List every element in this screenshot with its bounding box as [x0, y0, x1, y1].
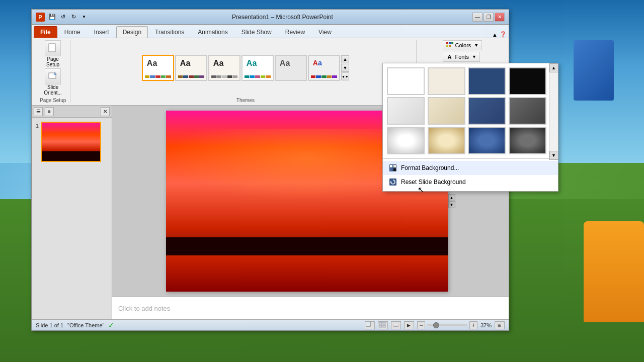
tab-design[interactable]: Design	[116, 26, 148, 38]
bg-scroll-down-button[interactable]: ▼	[549, 151, 558, 160]
colors-dropdown-arrow: ▼	[474, 43, 478, 48]
slide-thumbnail-1[interactable]	[41, 122, 101, 162]
page-setup-group-label: Page Setup	[40, 98, 66, 103]
themes-nav: ▲ ▼ ▼▼	[341, 55, 349, 80]
quick-access-toolbar: 💾 ↺ ↻ ▼	[48, 13, 89, 22]
bg-style-2[interactable]	[428, 67, 465, 95]
page-setup-icon	[45, 40, 61, 56]
fonts-label: Fonts	[455, 54, 469, 60]
collapse-ribbon-button[interactable]: ▲	[492, 32, 498, 38]
slides-list: 1	[32, 118, 112, 319]
svg-rect-8	[451, 42, 453, 44]
zoom-thumb[interactable]	[433, 322, 439, 328]
slide-orientation-button[interactable]: SlideOrient...	[40, 68, 65, 96]
reading-view-btn[interactable]: 📖	[391, 321, 401, 329]
svg-rect-22	[379, 325, 382, 327]
ribbon-tab-bar: File Home Insert Design Transitions Anim…	[32, 25, 509, 38]
theme-6[interactable]: Aa	[308, 55, 340, 81]
tab-insert[interactable]: Insert	[88, 26, 116, 38]
bg-style-4[interactable]	[509, 67, 546, 95]
notes-area[interactable]: Click to add notes	[112, 297, 509, 319]
bg-style-9[interactable]	[387, 127, 425, 154]
themes-more[interactable]: ▼▼	[341, 72, 349, 80]
bg-scroll-up-button[interactable]: ▲	[549, 63, 558, 72]
theme-4[interactable]: Aa	[242, 55, 274, 81]
svg-rect-3	[50, 47, 53, 47]
zoom-level: 37%	[480, 322, 492, 328]
ribbon-group-themes: Aa Aa	[74, 40, 417, 103]
outline-view-btn[interactable]: ≡	[45, 107, 54, 116]
bg-styles-grid	[383, 63, 558, 158]
page-setup-label: PageSetup	[46, 56, 59, 67]
redo-button[interactable]: ↻	[69, 13, 78, 22]
help-button[interactable]: ❓	[500, 31, 507, 38]
zoom-track[interactable]	[427, 324, 467, 326]
svg-rect-19	[366, 322, 370, 326]
normal-view-btn[interactable]	[365, 321, 375, 329]
themes-scroll-down[interactable]: ▼	[341, 64, 349, 72]
bg-dropdown-menu: Format Background... Reset Slide Backgro…	[383, 158, 558, 191]
tab-transitions[interactable]: Transitions	[148, 26, 191, 38]
theme-2[interactable]: Aa	[175, 55, 207, 81]
restore-button[interactable]: ❐	[484, 13, 494, 22]
theme-5[interactable]: Aa	[275, 55, 307, 81]
slide-area-scrollbar: ▲ ▼	[448, 194, 455, 208]
format-background-label: Format Background...	[401, 164, 459, 171]
bg-style-11[interactable]	[468, 127, 506, 154]
colors-button[interactable]: Colors ▼	[443, 40, 482, 50]
bg-style-3[interactable]	[468, 67, 506, 95]
undo-button[interactable]: ↺	[58, 13, 67, 22]
tab-home[interactable]: Home	[58, 26, 87, 38]
svg-rect-7	[449, 42, 451, 44]
slides-panel: ☰ ≡ ✕ 1	[32, 106, 112, 319]
svg-rect-23	[383, 325, 385, 327]
status-right: 📖 ▶ − + 37% ⊞	[365, 321, 505, 329]
zoom-in-button[interactable]: +	[469, 321, 477, 329]
theme-3[interactable]: Aa	[208, 55, 240, 81]
notes-placeholder: Click to add notes	[118, 305, 170, 312]
save-button[interactable]: 💾	[48, 13, 57, 22]
tab-view[interactable]: View	[312, 26, 338, 38]
bg-style-8[interactable]	[509, 97, 546, 125]
format-background-item[interactable]: Format Background...	[383, 161, 558, 175]
fit-to-window-button[interactable]: ⊞	[495, 321, 505, 329]
slide-count-label: Slide 1 of 1	[36, 322, 63, 328]
reset-background-label: Reset Slide Background	[401, 178, 466, 186]
tab-slideshow[interactable]: Slide Show	[235, 26, 278, 38]
scroll-up-button[interactable]: ▲	[448, 194, 455, 201]
bg-style-1[interactable]	[387, 67, 425, 95]
svg-rect-21	[383, 322, 385, 324]
themes-content: Aa Aa	[142, 40, 349, 96]
qa-more-button[interactable]: ▼	[79, 13, 89, 22]
bg-style-10[interactable]	[428, 127, 465, 154]
tab-animations[interactable]: Animations	[191, 26, 234, 38]
slide-sorter-btn[interactable]	[378, 321, 388, 329]
page-setup-button[interactable]: PageSetup	[40, 40, 65, 67]
bg-style-5[interactable]	[387, 97, 425, 125]
bg-style-7[interactable]	[468, 97, 506, 125]
slideshow-btn[interactable]: ▶	[404, 321, 414, 329]
svg-rect-26	[393, 165, 396, 167]
tab-file[interactable]: File	[34, 26, 57, 38]
fonts-icon: A	[446, 53, 453, 60]
bg-style-12[interactable]	[509, 127, 546, 154]
themes-scroll-up[interactable]: ▲	[341, 55, 349, 63]
tab-review[interactable]: Review	[279, 26, 311, 38]
slides-view-btn[interactable]: ☰	[34, 107, 43, 116]
slides-panel-close[interactable]: ✕	[101, 107, 110, 116]
spell-check-icon[interactable]: ✓	[108, 321, 114, 329]
title-bar: P 💾 ↺ ↻ ▼ Presentation1 – Microsoft Powe…	[32, 10, 509, 25]
svg-rect-1	[50, 45, 54, 45]
fonts-button[interactable]: A Fonts ▼	[443, 52, 480, 62]
scroll-down-button[interactable]: ▼	[448, 201, 455, 208]
reset-bg-icon	[389, 178, 397, 186]
close-button[interactable]: ✕	[495, 13, 505, 22]
theme-1[interactable]: Aa	[142, 55, 174, 81]
bg-style-6[interactable]	[428, 97, 465, 125]
slide-number-1: 1	[36, 123, 39, 129]
reset-background-item[interactable]: Reset Slide Background	[383, 175, 558, 189]
svg-rect-28	[393, 168, 396, 171]
minimize-button[interactable]: —	[472, 13, 482, 22]
svg-rect-2	[50, 46, 54, 46]
zoom-out-button[interactable]: −	[417, 321, 425, 329]
